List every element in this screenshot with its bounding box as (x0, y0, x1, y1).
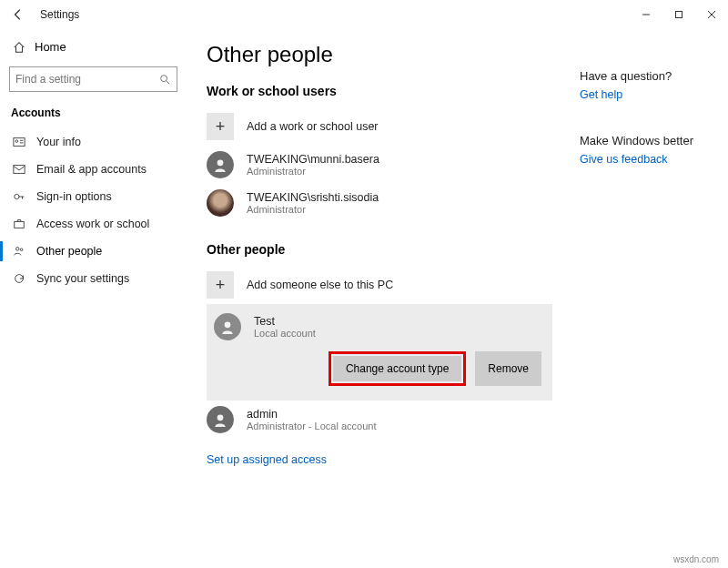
window-title: Settings (40, 8, 79, 21)
home-icon (11, 41, 27, 54)
work-user-row[interactable]: TWEAKING\munni.basera Administrator (207, 146, 552, 184)
home-label: Home (35, 40, 66, 54)
user-name: admin (247, 408, 376, 421)
selected-user-panel: Test Local account Change account type R… (207, 304, 552, 401)
feedback-link[interactable]: Give us feedback (580, 153, 693, 166)
sidebar-item-email-accounts[interactable]: Email & app accounts (0, 156, 187, 183)
page-title: Other people (207, 42, 552, 67)
avatar (207, 151, 234, 178)
search-input[interactable] (15, 73, 152, 86)
user-role: Administrator (247, 204, 379, 215)
svg-point-16 (20, 248, 23, 251)
help-column: Have a question? Get help Make Windows b… (580, 42, 693, 568)
svg-point-11 (15, 194, 19, 198)
user-role: Administrator (247, 166, 379, 177)
sidebar-item-work-school[interactable]: Access work or school (0, 210, 187, 238)
assigned-access-link[interactable]: Set up assigned access (207, 453, 327, 466)
search-icon (158, 73, 171, 86)
sidebar-item-label: Access work or school (36, 218, 149, 230)
sidebar-item-label: Sign-in options (36, 190, 112, 203)
svg-point-15 (16, 248, 20, 251)
person-card-icon (11, 136, 27, 148)
sync-icon (11, 272, 27, 285)
people-icon (11, 245, 27, 258)
user-role: Local account (254, 328, 316, 339)
sidebar-item-sync-settings[interactable]: Sync your settings (0, 265, 187, 292)
key-icon (11, 190, 27, 203)
sidebar-item-your-info[interactable]: Your info (0, 128, 187, 156)
svg-point-17 (217, 159, 224, 166)
search-input-container[interactable] (9, 66, 177, 92)
other-people-heading: Other people (207, 242, 552, 257)
user-name: Test (254, 315, 316, 328)
add-work-user-button[interactable]: + Add a work or school user (207, 107, 552, 146)
svg-rect-6 (14, 138, 25, 147)
plus-icon: + (207, 271, 234, 299)
svg-point-7 (15, 140, 18, 143)
sidebar-item-label: Other people (36, 245, 102, 258)
remove-user-button[interactable]: Remove (475, 351, 541, 386)
close-button[interactable] (695, 0, 728, 29)
work-school-heading: Work or school users (207, 84, 552, 98)
mail-icon (11, 163, 27, 176)
highlight-box: Change account type (329, 351, 466, 386)
home-button[interactable]: Home (0, 35, 187, 59)
sidebar-item-label: Your info (36, 136, 81, 148)
svg-point-4 (161, 76, 167, 82)
add-other-user-label: Add someone else to this PC (247, 279, 393, 291)
briefcase-icon (11, 218, 27, 230)
other-user-row[interactable]: admin Administrator - Local account (207, 401, 552, 439)
add-work-user-label: Add a work or school user (247, 120, 379, 133)
maximize-button[interactable] (662, 0, 695, 29)
plus-icon: + (207, 113, 234, 140)
svg-point-19 (217, 414, 224, 421)
sidebar-item-signin-options[interactable]: Sign-in options (0, 183, 187, 210)
user-name: TWEAKING\munni.basera (247, 153, 379, 166)
svg-line-5 (167, 81, 170, 85)
content-area: Other people Work or school users + Add … (207, 42, 552, 568)
user-role: Administrator - Local account (247, 421, 376, 431)
svg-rect-10 (14, 166, 25, 174)
avatar (207, 189, 234, 217)
feedback-title: Make Windows better (580, 134, 693, 147)
footer-watermark: wsxdn.com (673, 554, 719, 564)
sidebar-item-label: Sync your settings (36, 272, 129, 285)
sidebar-item-label: Email & app accounts (36, 163, 147, 176)
svg-point-18 (225, 321, 231, 328)
svg-rect-14 (15, 221, 25, 228)
selected-user-row[interactable]: Test Local account (214, 313, 541, 340)
get-help-link[interactable]: Get help (580, 88, 693, 101)
avatar (214, 313, 241, 340)
avatar (207, 406, 234, 433)
minimize-button[interactable] (630, 0, 662, 29)
change-account-type-button[interactable]: Change account type (333, 356, 461, 381)
user-name: TWEAKING\srishti.sisodia (247, 191, 379, 204)
back-button[interactable] (9, 8, 27, 21)
add-other-user-button[interactable]: + Add someone else to this PC (207, 266, 552, 304)
sidebar: Home Accounts Your info Email & app acco… (0, 29, 187, 568)
sidebar-item-other-people[interactable]: Other people (0, 238, 187, 265)
svg-rect-1 (676, 12, 682, 18)
sidebar-section-title: Accounts (0, 103, 187, 128)
work-user-row[interactable]: TWEAKING\srishti.sisodia Administrator (207, 184, 552, 222)
help-question-title: Have a question? (580, 69, 693, 83)
